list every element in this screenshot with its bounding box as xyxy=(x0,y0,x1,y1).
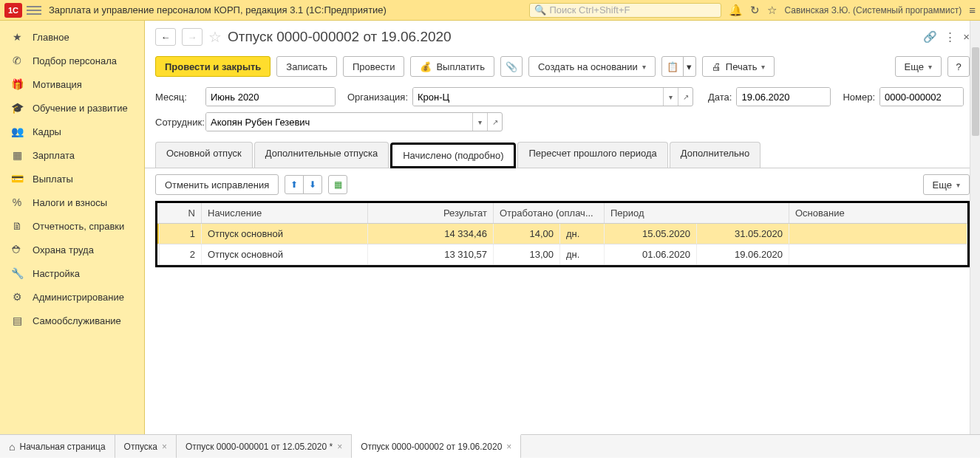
sidebar-item-11[interactable]: ⚙Администрирование xyxy=(0,285,144,309)
org-input[interactable] xyxy=(413,88,663,106)
sidebar-item-8[interactable]: 🗎Отчетность, справки xyxy=(0,214,144,238)
sidebar-item-1[interactable]: ✆Подбор персонала xyxy=(0,49,144,72)
close-tab-icon[interactable]: × xyxy=(162,442,167,452)
tab-2[interactable]: Начислено (подробно) xyxy=(390,143,516,168)
sidebar-item-6[interactable]: 💳Выплаты xyxy=(0,167,144,191)
favorite-star[interactable]: ☆ xyxy=(208,28,222,46)
sidebar-icon: ▦ xyxy=(10,149,24,161)
employee-input[interactable] xyxy=(206,113,472,131)
sidebar-item-label: Выплаты xyxy=(33,174,73,185)
window-tab-2[interactable]: Отпуск 0000-000001 от 12.05.2020 *× xyxy=(177,435,352,458)
tab-3[interactable]: Пересчет прошлого периода xyxy=(517,142,667,168)
doc-title: Отпуск 0000-000002 от 19.06.2020 xyxy=(228,29,452,45)
main-menu-button[interactable] xyxy=(27,6,41,15)
tab-more-button[interactable]: Еще xyxy=(923,174,970,195)
move-up-button[interactable]: ⬆ xyxy=(285,175,304,194)
org-dropdown[interactable]: ▾ xyxy=(663,88,678,106)
window-tab-label: Начальная страница xyxy=(19,442,105,452)
copy-icon-button[interactable]: 📋 xyxy=(661,56,684,77)
month-input[interactable] xyxy=(206,88,336,106)
col-header-result[interactable]: Результат xyxy=(368,203,494,223)
window-tab-3[interactable]: Отпуск 0000-000002 от 19.06.2020× xyxy=(352,434,521,458)
sidebar-item-2[interactable]: 🎁Мотивация xyxy=(0,72,144,96)
col-header-period[interactable]: Период xyxy=(605,203,789,223)
date-input[interactable] xyxy=(737,88,831,106)
sidebar-item-5[interactable]: ▦Зарплата xyxy=(0,143,144,167)
table-row[interactable]: 2Отпуск основной13 310,5713,00дн.01.06.2… xyxy=(157,244,967,265)
more-button[interactable]: Еще xyxy=(895,56,942,77)
col-header-basis[interactable]: Основание xyxy=(789,203,967,223)
sidebar-item-4[interactable]: 👥Кадры xyxy=(0,120,144,143)
table-row[interactable]: 1Отпуск основной14 334,4614,00дн.15.05.2… xyxy=(157,224,967,244)
sidebar-icon: 🔧 xyxy=(10,267,24,279)
user-name[interactable]: Савинская З.Ю. (Системный программист) xyxy=(784,5,962,16)
tab-0[interactable]: Основной отпуск xyxy=(155,142,253,168)
tab-4[interactable]: Дополнительно xyxy=(670,142,761,168)
search-input[interactable]: 🔍 Поиск Ctrl+Shift+F xyxy=(529,3,721,18)
history-icon[interactable]: ↻ xyxy=(750,4,760,17)
col-header-name[interactable]: Начисление xyxy=(202,203,368,223)
org-open[interactable]: ↗ xyxy=(678,88,693,106)
sidebar-icon: 👥 xyxy=(10,126,24,137)
employee-open[interactable]: ↗ xyxy=(487,113,502,131)
sidebar-item-10[interactable]: 🔧Настройка xyxy=(0,261,144,285)
vertical-scrollbar[interactable] xyxy=(970,21,980,434)
copy-dropdown-button[interactable]: ▾ xyxy=(683,56,696,77)
window-tab-label: Отпуск 0000-000001 от 12.05.2020 * xyxy=(186,442,333,452)
employee-dropdown[interactable]: ▾ xyxy=(472,113,487,131)
cancel-corrections-button[interactable]: Отменить исправления xyxy=(155,174,279,195)
show-details-button[interactable]: ▦ xyxy=(328,175,347,194)
sidebar-icon: 🎓 xyxy=(10,102,24,114)
search-icon: 🔍 xyxy=(534,4,546,16)
close-tab-icon[interactable]: × xyxy=(337,442,342,452)
sidebar-item-label: Самообслуживание xyxy=(33,315,121,326)
close-icon[interactable]: × xyxy=(963,30,970,44)
sidebar: ★Главное✆Подбор персонала🎁Мотивация🎓Обуч… xyxy=(0,21,145,434)
sidebar-item-label: Кадры xyxy=(33,126,61,137)
logo-icon: 1C xyxy=(4,3,22,18)
sidebar-item-label: Обучение и развитие xyxy=(33,103,128,114)
star-icon[interactable]: ☆ xyxy=(767,4,777,17)
help-button[interactable]: ? xyxy=(947,56,970,77)
sidebar-item-12[interactable]: ▤Самообслуживание xyxy=(0,309,144,332)
employee-label: Сотрудник: xyxy=(155,117,201,128)
link-icon[interactable]: 🔗 xyxy=(923,30,937,44)
back-button[interactable]: ← xyxy=(155,28,176,46)
settings-lines-icon[interactable]: ≡ xyxy=(969,4,976,16)
org-label: Организация: xyxy=(347,92,408,103)
window-tab-0[interactable]: ⌂Начальная страница xyxy=(0,435,115,458)
accruals-table: N Начисление Результат Отработано (оплач… xyxy=(155,201,970,267)
home-icon: ⌂ xyxy=(9,441,15,453)
forward-button[interactable]: → xyxy=(182,28,203,46)
sidebar-item-label: Главное xyxy=(33,32,69,43)
window-tab-label: Отпуск 0000-000002 от 19.06.2020 xyxy=(361,442,502,452)
date-label: Дата: xyxy=(708,92,732,103)
print-button[interactable]: 🖨Печать xyxy=(702,56,775,77)
pay-button[interactable]: 💰Выплатить xyxy=(410,56,494,77)
post-and-close-button[interactable]: Провести и закрыть xyxy=(155,56,270,77)
col-header-n[interactable]: N xyxy=(157,203,202,223)
sidebar-item-0[interactable]: ★Главное xyxy=(0,25,144,49)
sidebar-icon: ⛑ xyxy=(10,244,24,255)
window-tab-1[interactable]: Отпуска× xyxy=(115,435,177,458)
move-down-button[interactable]: ⬇ xyxy=(303,175,322,194)
sidebar-item-3[interactable]: 🎓Обучение и развитие xyxy=(0,96,144,120)
sidebar-icon: ★ xyxy=(10,31,24,43)
sidebar-item-7[interactable]: %Налоги и взносы xyxy=(0,191,144,214)
sidebar-item-label: Администрирование xyxy=(33,292,124,303)
save-button[interactable]: Записать xyxy=(276,56,337,77)
number-label: Номер: xyxy=(843,92,875,103)
create-based-button[interactable]: Создать на основании xyxy=(528,56,656,77)
more-icon[interactable]: ⋮ xyxy=(945,30,956,44)
bell-icon[interactable]: 🔔 xyxy=(729,4,743,17)
attach-button[interactable]: 📎 xyxy=(500,56,523,77)
col-header-worked[interactable]: Отработано (оплач... xyxy=(494,203,605,223)
sidebar-item-label: Налоги и взносы xyxy=(33,197,107,208)
sidebar-item-9[interactable]: ⛑Охрана труда xyxy=(0,238,144,261)
tab-1[interactable]: Дополнительные отпуска xyxy=(254,142,389,168)
sidebar-item-label: Отчетность, справки xyxy=(33,221,124,232)
number-input[interactable] xyxy=(880,88,964,106)
sidebar-icon: 💳 xyxy=(10,173,24,185)
close-tab-icon[interactable]: × xyxy=(506,442,511,452)
post-button[interactable]: Провести xyxy=(343,56,405,77)
